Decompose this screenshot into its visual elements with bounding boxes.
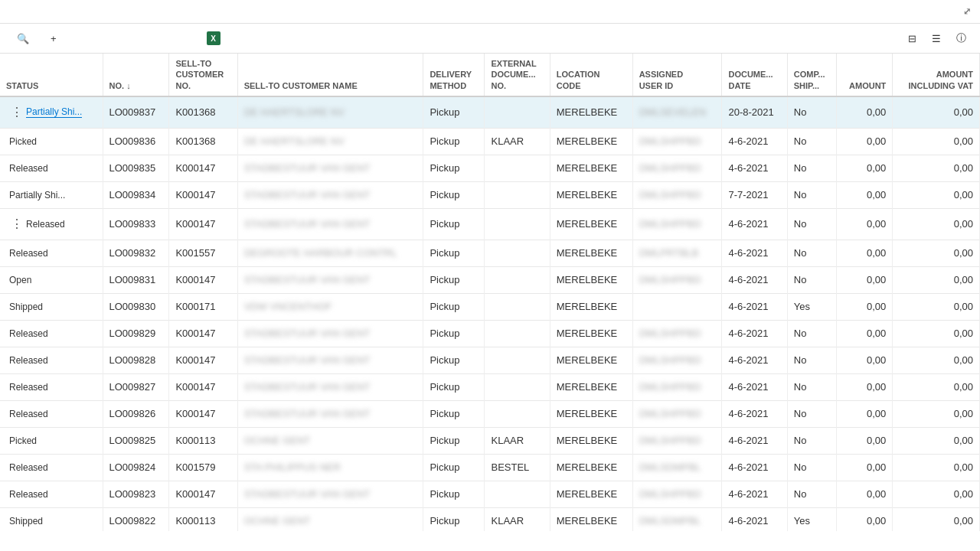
- cell-document_date: 4-6-2021: [722, 454, 787, 481]
- cell-amount: 0,00: [837, 266, 893, 293]
- cell-amount_vat: 0,00: [893, 320, 980, 347]
- col-amount[interactable]: AMOUNT: [837, 54, 893, 96]
- table-row[interactable]: ReleasedLO009832K001557DEGROOTE HARBOUR …: [0, 240, 980, 266]
- table-row[interactable]: Partially Shi...LO009834K000147STADBESTU…: [0, 181, 980, 208]
- col-status[interactable]: STATUS: [0, 54, 103, 96]
- table-row[interactable]: ShippedLO009822K000113OCHNE GENTPickupKL…: [0, 507, 980, 531]
- table-row[interactable]: ReleasedLO009824K001579STA PHILIPPUS NER…: [0, 454, 980, 481]
- cell-external_doc_no: KLAAR: [485, 427, 550, 454]
- cell-status-outer[interactable]: Released: [0, 347, 103, 373]
- cell-sell_to_cust_no: K001557: [169, 240, 237, 266]
- navigate-button[interactable]: [144, 35, 159, 41]
- cell-status-outer[interactable]: Released: [0, 373, 103, 400]
- cell-assigned_user_id: DMLSHPPBD: [632, 427, 722, 454]
- status-label: Released: [9, 382, 48, 393]
- cell-status-outer[interactable]: Released: [0, 481, 103, 507]
- open-excel-button[interactable]: X: [199, 28, 232, 48]
- cell-status-outer[interactable]: Shipped: [0, 293, 103, 320]
- col-amount-vat[interactable]: AMOUNTINCLUDING VAT: [893, 54, 980, 96]
- col-assigned-user-id[interactable]: ASSIGNEDUSER ID: [632, 54, 722, 96]
- cell-sell_to_cust_name: DE HAERTSLORE NV: [237, 96, 423, 129]
- col-sell-to-cust-name[interactable]: SELL-TO CUSTOMER NAME: [237, 54, 423, 96]
- cell-status-outer[interactable]: Released: [0, 155, 103, 181]
- col-sell-to-cust-no[interactable]: SELL-TOCUSTOMERNO.: [169, 54, 237, 96]
- cell-document_date: 4-6-2021: [722, 293, 787, 320]
- cell-status-outer[interactable]: Released: [0, 454, 103, 481]
- cell-document_date: 4-6-2021: [722, 128, 787, 155]
- cell-assigned_user_id: DMLSHPPBD: [632, 155, 722, 181]
- expand-icon[interactable]: ⤢: [963, 6, 972, 17]
- col-external-doc-no[interactable]: EXTERNALDOCUME...NO.: [485, 54, 550, 96]
- cell-no: LO009833: [103, 208, 169, 240]
- cell-status-outer[interactable]: Partially Shi...: [0, 181, 103, 208]
- search-button[interactable]: 🔍: [9, 30, 40, 47]
- cell-location_code: MERELBEKE: [550, 400, 632, 427]
- table-row[interactable]: ReleasedLO009823K000147STADBESTUUR VAN G…: [0, 481, 980, 507]
- cell-status-outer[interactable]: Picked: [0, 427, 103, 454]
- cell-comp_ship: No: [787, 400, 837, 427]
- cell-sell_to_cust_name: VDW VNCENTHOF: [237, 293, 423, 320]
- table-row[interactable]: PickedLO009836K001368DE HAERTSLORE NVPic…: [0, 128, 980, 155]
- col-comp-ship[interactable]: COMP...SHIP...: [787, 54, 837, 96]
- table-row[interactable]: ReleasedLO009826K000147STADBESTUUR VAN G…: [0, 400, 980, 427]
- cell-location_code: MERELBEKE: [550, 320, 632, 347]
- cell-sell_to_cust_name: STADBESTUUR VAN GENT: [237, 320, 423, 347]
- cell-assigned_user_id: DMLSHPPBD: [632, 373, 722, 400]
- cell-status-outer[interactable]: Shipped: [0, 507, 103, 531]
- cell-status-outer[interactable]: Open: [0, 266, 103, 293]
- order-button[interactable]: [107, 35, 122, 41]
- cell-comp_ship: No: [787, 240, 837, 266]
- cell-amount_vat: 0,00: [893, 293, 980, 320]
- table-row[interactable]: ReleasedLO009835K000147STADBESTUUR VAN G…: [0, 155, 980, 181]
- status-label: Shipped: [9, 516, 43, 527]
- cell-status-outer[interactable]: Released: [0, 320, 103, 347]
- cell-comp_ship: No: [787, 320, 837, 347]
- col-delivery-method[interactable]: DELIVERYMETHOD: [423, 54, 485, 96]
- cell-status-outer[interactable]: ⋮Released: [0, 208, 103, 240]
- cell-assigned_user_id: DMLSHPPBD: [632, 481, 722, 507]
- info-button[interactable]: ⓘ: [952, 28, 971, 48]
- show-attached-button[interactable]: [181, 35, 196, 41]
- table-row[interactable]: OpenLO009831K000147STADBESTUUR VAN GENTP…: [0, 266, 980, 293]
- cell-sell_to_cust_name: STADBESTUUR VAN GENT: [237, 181, 423, 208]
- cell-sell_to_cust_no: K000113: [169, 427, 237, 454]
- list-icon: ☰: [932, 33, 941, 44]
- cell-status-outer[interactable]: Released: [0, 400, 103, 427]
- filter-button[interactable]: ⊟: [903, 30, 921, 47]
- release-button[interactable]: [89, 35, 104, 41]
- cell-status-outer[interactable]: Released: [0, 240, 103, 266]
- table-row[interactable]: PickedLO009825K000113OCHNE GENTPickupKLA…: [0, 427, 980, 454]
- cell-external_doc_no: [485, 400, 550, 427]
- cell-delivery_method: Pickup: [423, 293, 485, 320]
- table-row[interactable]: ReleasedLO009827K000147STADBESTUUR VAN G…: [0, 373, 980, 400]
- status-label: Released: [9, 409, 48, 419]
- cell-amount_vat: 0,00: [893, 155, 980, 181]
- cell-sell_to_cust_name: OCHNE GENT: [237, 427, 423, 454]
- table-row[interactable]: ⋮ReleasedLO009833K000147STADBESTUUR VAN …: [0, 208, 980, 240]
- new-button[interactable]: +: [43, 30, 67, 47]
- cell-no: LO009834: [103, 181, 169, 208]
- col-document-date[interactable]: DOCUME...DATE: [722, 54, 787, 96]
- manage-button[interactable]: [70, 35, 86, 41]
- posting-button[interactable]: [162, 35, 178, 41]
- table-row[interactable]: ReleasedLO009829K000147STADBESTUUR VAN G…: [0, 320, 980, 347]
- print-send-button[interactable]: [126, 35, 141, 41]
- table-row[interactable]: ReleasedLO009828K000147STADBESTUUR VAN G…: [0, 347, 980, 373]
- cell-status-outer[interactable]: ⋮Partially Shi...: [0, 96, 103, 129]
- cell-document_date: 7-7-2021: [722, 181, 787, 208]
- context-menu-button[interactable]: ⋮: [9, 217, 24, 232]
- cell-sell_to_cust_no: K000171: [169, 293, 237, 320]
- table-row[interactable]: ⋮Partially Shi...LO009837K001368DE HAERT…: [0, 96, 980, 129]
- col-location-code[interactable]: LOCATIONCODE: [550, 54, 632, 96]
- cell-comp_ship: No: [787, 128, 837, 155]
- cell-amount: 0,00: [837, 320, 893, 347]
- orders-table: STATUS NO. ↓ SELL-TOCUSTOMERNO. SELL-TO …: [0, 54, 980, 531]
- cell-sell_to_cust_no: K000147: [169, 208, 237, 240]
- status-label: Open: [9, 275, 31, 285]
- col-no[interactable]: NO. ↓: [103, 54, 169, 96]
- cell-no: LO009822: [103, 507, 169, 531]
- context-menu-button[interactable]: ⋮: [9, 105, 24, 120]
- table-row[interactable]: ShippedLO009830K000171VDW VNCENTHOFPicku…: [0, 293, 980, 320]
- list-view-button[interactable]: ☰: [927, 30, 946, 47]
- cell-status-outer[interactable]: Picked: [0, 128, 103, 155]
